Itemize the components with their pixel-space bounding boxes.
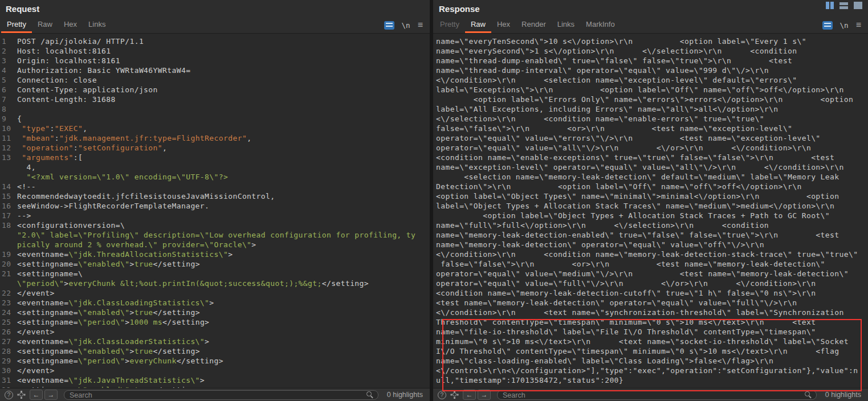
- tab-hex[interactable]: Hex: [58, 17, 83, 33]
- pretty-print-icon[interactable]: [384, 21, 394, 30]
- response-line: Threshold\" contentType=\"timespan\" min…: [433, 317, 868, 327]
- request-panel: Request PrettyRawHexLinks \n ≡ 1POST /ap…: [0, 0, 430, 401]
- response-line: operator=\"equal\" value=\"errors\"\/>\r…: [433, 133, 868, 143]
- newline-toggle[interactable]: \n: [840, 21, 849, 30]
- line-number: 7: [0, 95, 17, 104]
- code-line: 6Content-Type: application/json: [0, 85, 430, 95]
- tab-pretty[interactable]: Pretty: [434, 17, 465, 33]
- response-line: ull,"timestamp":1701358472,"status":200}: [433, 375, 868, 385]
- code-line: 13 "arguments":[: [0, 153, 430, 162]
- search-input[interactable]: [497, 390, 817, 400]
- line-number: [0, 240, 17, 249]
- search-next-button[interactable]: →: [478, 390, 491, 400]
- response-line: label=\"Exceptions\">\r\n <option label=…: [433, 85, 868, 95]
- search-prev-button[interactable]: ←: [30, 390, 43, 400]
- tab-raw[interactable]: Raw: [32, 17, 58, 33]
- search-icon[interactable]: [805, 391, 812, 399]
- tab-links[interactable]: Links: [552, 17, 580, 33]
- layout-rows-icon[interactable]: [840, 2, 848, 9]
- response-line: <option label=\"Errors Only\" name=\"err…: [433, 95, 868, 104]
- response-line: <option label=\"Object Types + Allocatio…: [433, 211, 868, 220]
- response-tab-tools: \n ≡: [822, 17, 867, 33]
- response-line: <\/selection>\r\n <condition name=\"enab…: [433, 114, 868, 124]
- search-settings-icon[interactable]: [450, 391, 459, 399]
- response-line: operator=\"equal\" value=\"all\"\/>\r\n …: [433, 143, 868, 153]
- code-line: 27<eventname=\"jdk.ClassLoaderStatistics…: [0, 337, 430, 346]
- tab-links[interactable]: Links: [83, 17, 111, 33]
- layout-single-icon[interactable]: [854, 2, 862, 9]
- code-line: 26</event>: [0, 327, 430, 337]
- response-line: name=\"everyTenSecond\">10 s<\/option>\r…: [433, 36, 868, 46]
- code-line: 17-->: [0, 211, 430, 220]
- layout-controls: [826, 2, 862, 9]
- line-number: 8: [0, 104, 17, 114]
- response-line: name=\"exception-level\" operator=\"equa…: [433, 162, 868, 172]
- search-input[interactable]: [64, 390, 378, 400]
- code-line: 18<configurationversion=\: [0, 220, 430, 230]
- help-icon[interactable]: ?: [438, 391, 446, 399]
- request-searchbar: ? ← → 0 highlights: [0, 388, 430, 401]
- code-line: 25<settingname=\"period\">1000 ms</setti…: [0, 317, 430, 327]
- line-number: 1: [0, 36, 17, 46]
- request-editor[interactable]: 1POST /api/jolokia/ HTTP/1.12Host: local…: [0, 34, 430, 388]
- line-number: 11: [0, 133, 17, 143]
- response-header: Response: [433, 0, 868, 17]
- response-searchbar: ? ← → 0 highlights: [433, 388, 868, 401]
- line-number: 10: [0, 124, 17, 133]
- response-line: label=\"Object Types + Allocation Stack …: [433, 201, 868, 211]
- search-next-button[interactable]: →: [44, 390, 58, 400]
- line-number: [0, 162, 17, 172]
- pretty-print-icon[interactable]: [822, 21, 833, 30]
- help-icon[interactable]: ?: [5, 391, 13, 399]
- tab-raw[interactable]: Raw: [465, 17, 491, 33]
- highlights-count: 0 highlights: [823, 391, 863, 399]
- code-line: 10 "type":"EXEC",: [0, 124, 430, 133]
- menu-icon[interactable]: ≡: [856, 21, 861, 30]
- newline-toggle[interactable]: \n: [402, 21, 410, 30]
- line-number: 31: [0, 375, 17, 385]
- tab-render[interactable]: Render: [516, 17, 552, 33]
- response-code: name=\"everyTenSecond\">10 s<\/option>\r…: [433, 36, 868, 385]
- response-line: <\/condition>\r\n <selection name=\"exce…: [433, 75, 868, 85]
- search-field-wrap: [497, 390, 817, 400]
- menu-icon[interactable]: ≡: [418, 21, 423, 30]
- response-panel: Response PrettyRawHexRenderLinksMarkInfo…: [433, 0, 868, 401]
- code-line: 31<eventname=\"jdk.JavaThreadStatistics\…: [0, 375, 430, 385]
- response-line: name=\"thread-dump-enabled\" true=\"fals…: [433, 56, 868, 66]
- line-number: 9: [0, 114, 17, 124]
- line-number: 24: [0, 308, 17, 317]
- tab-markinfo[interactable]: MarkInfo: [580, 17, 621, 33]
- line-number: 13: [0, 153, 17, 162]
- request-tabs: PrettyRawHexLinks: [1, 17, 111, 33]
- response-line: name=\"everySecond\">1 s<\/option>\r\n <…: [433, 46, 868, 56]
- search-prev-button[interactable]: ←: [463, 390, 476, 400]
- search-settings-icon[interactable]: [17, 391, 26, 399]
- request-tab-tools: \n ≡: [384, 17, 429, 33]
- code-line: 29<settingname=\"period\">everyChunk</se…: [0, 356, 430, 366]
- code-line: pically around 2 % overhead.\" provider=…: [0, 240, 430, 249]
- code-line: 4Authorization: Basic YWRtaW46YWRtaW4=: [0, 66, 430, 75]
- response-line: operator=\"equal\" value=\"medium\"\/>\r…: [433, 269, 868, 279]
- tab-hex[interactable]: Hex: [491, 17, 516, 33]
- line-number: 20: [0, 259, 17, 269]
- code-line: 14<!--: [0, 182, 430, 191]
- response-line: name=\"file-io-threshold\" label=\"File …: [433, 327, 868, 337]
- tab-pretty[interactable]: Pretty: [1, 17, 32, 33]
- response-line: minimum=\"0 s\">10 ms<\/text>\r\n <text …: [433, 337, 868, 346]
- line-number: 3: [0, 56, 17, 66]
- search-icon[interactable]: [366, 391, 374, 399]
- code-line: 23<eventname=\"jdk.ClassLoadingStatistic…: [0, 298, 430, 308]
- response-tabs: PrettyRawHexRenderLinksMarkInfo: [434, 17, 621, 33]
- code-line: "2.0\" label=\"Profiling\" description=\…: [0, 230, 430, 240]
- response-line: label=\"All Exceptions, including Errors…: [433, 104, 868, 114]
- code-line: "<?xml version=\"1.0\" encoding=\"UTF-8\…: [0, 172, 430, 182]
- line-number: 21: [0, 269, 17, 279]
- code-line: 30</event>: [0, 366, 430, 375]
- line-number: 27: [0, 337, 17, 346]
- line-number: 4: [0, 66, 17, 75]
- line-number: 17: [0, 211, 17, 220]
- response-editor[interactable]: name=\"everyTenSecond\">10 s<\/option>\r…: [433, 34, 868, 388]
- line-number: [0, 279, 17, 288]
- response-line: <option label=\"Object Types\" name=\"mi…: [433, 191, 868, 201]
- layout-columns-icon[interactable]: [826, 2, 834, 9]
